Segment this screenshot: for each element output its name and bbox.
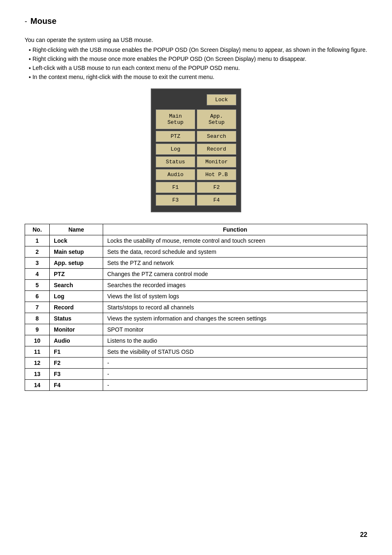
table-row: 12F2- (25, 358, 367, 369)
cell-function: Sets the PTZ and network (103, 258, 367, 269)
cell-function: - (103, 358, 367, 369)
table-row: 11F1Sets the visibility of STATUS OSD (25, 346, 367, 358)
cell-name: Monitor (50, 324, 103, 335)
audio-button[interactable]: Audio (156, 169, 195, 180)
cell-function: Searches the recorded images (103, 280, 367, 291)
function-table: No. Name Function 1LockLocks the usabili… (25, 224, 367, 391)
cell-no: 5 (25, 280, 50, 291)
cell-name: F3 (50, 369, 103, 380)
f2-button[interactable]: F2 (197, 182, 236, 193)
cell-name: App. setup (50, 258, 103, 269)
bullet-list: Right-clicking with the USB mouse enable… (25, 46, 367, 80)
col-header-no: No. (25, 224, 50, 235)
table-row: 6LogViews the list of system logs (25, 291, 367, 302)
cell-function: Changes the PTZ camera control mode (103, 269, 367, 280)
cell-no: 7 (25, 302, 50, 313)
cell-no: 4 (25, 269, 50, 280)
section-title: Mouse (30, 16, 56, 26)
bullet-item-4: In the context menu, right-click with th… (29, 74, 367, 80)
osd-menu: Lock Main Setup App. Setup PTZ Search Lo… (151, 88, 241, 212)
lock-button[interactable]: Lock (207, 94, 236, 105)
hot-pb-button[interactable]: Hot P.B (197, 169, 236, 180)
cell-function: SPOT monitor (103, 324, 367, 335)
cell-function: Sets the data, record schedule and syste… (103, 246, 367, 258)
cell-name: Record (50, 302, 103, 313)
cell-no: 8 (25, 313, 50, 324)
cell-function: Starts/stops to record all channels (103, 302, 367, 313)
record-button[interactable]: Record (197, 144, 236, 155)
table-row: 13F3- (25, 369, 367, 380)
table-row: 4PTZChanges the PTZ camera control mode (25, 269, 367, 280)
monitor-button[interactable]: Monitor (197, 156, 236, 167)
section-dash: - (25, 17, 27, 26)
status-button[interactable]: Status (156, 156, 195, 167)
cell-no: 11 (25, 346, 50, 358)
cell-name: Audio (50, 335, 103, 346)
cell-no: 1 (25, 235, 50, 246)
main-setup-button[interactable]: Main Setup (156, 109, 195, 129)
ptz-button[interactable]: PTZ (156, 131, 195, 142)
cell-name: F4 (50, 380, 103, 391)
page-number: 22 (360, 531, 367, 539)
cell-no: 14 (25, 380, 50, 391)
intro-paragraph: You can operate the system using aa USB … (25, 37, 367, 43)
cell-name: Status (50, 313, 103, 324)
col-header-name: Name (50, 224, 103, 235)
cell-name: Search (50, 280, 103, 291)
cell-function: - (103, 369, 367, 380)
col-header-function: Function (103, 224, 367, 235)
table-row: 7RecordStarts/stops to record all channe… (25, 302, 367, 313)
cell-function: Views the list of system logs (103, 291, 367, 302)
cell-name: Lock (50, 235, 103, 246)
table-header-row: No. Name Function (25, 224, 367, 235)
cell-no: 10 (25, 335, 50, 346)
log-button[interactable]: Log (156, 144, 195, 155)
search-button[interactable]: Search (197, 131, 236, 142)
table-row: 3App. setupSets the PTZ and network (25, 258, 367, 269)
cell-name: Main setup (50, 246, 103, 258)
table-row: 9MonitorSPOT monitor (25, 324, 367, 335)
cell-function: Views the system information and changes… (103, 313, 367, 324)
f3-button[interactable]: F3 (156, 195, 195, 206)
cell-name: Log (50, 291, 103, 302)
osd-menu-wrapper: Lock Main Setup App. Setup PTZ Search Lo… (25, 88, 367, 212)
cell-no: 12 (25, 358, 50, 369)
cell-no: 13 (25, 369, 50, 380)
osd-top-row: Lock (156, 94, 236, 105)
bullet-item-1: Right-clicking with the USB mouse enable… (29, 46, 367, 53)
cell-function: Listens to the audio (103, 335, 367, 346)
cell-no: 3 (25, 258, 50, 269)
cell-no: 6 (25, 291, 50, 302)
cell-function: Locks the usability of mouse, remote con… (103, 235, 367, 246)
cell-function: Sets the visibility of STATUS OSD (103, 346, 367, 358)
cell-no: 9 (25, 324, 50, 335)
osd-grid: Main Setup App. Setup PTZ Search Log Rec… (156, 109, 236, 206)
table-row: 14F4- (25, 380, 367, 391)
table-row: 10AudioListens to the audio (25, 335, 367, 346)
cell-name: PTZ (50, 269, 103, 280)
bullet-item-2: Right clicking with the mouse once more … (29, 56, 367, 62)
table-row: 5SearchSearches the recorded images (25, 280, 367, 291)
table-row: 2Main setupSets the data, record schedul… (25, 246, 367, 258)
table-row: 8StatusViews the system information and … (25, 313, 367, 324)
f4-button[interactable]: F4 (197, 195, 236, 206)
cell-name: F2 (50, 358, 103, 369)
cell-function: - (103, 380, 367, 391)
cell-no: 2 (25, 246, 50, 258)
table-row: 1LockLocks the usability of mouse, remot… (25, 235, 367, 246)
app-setup-button[interactable]: App. Setup (197, 109, 236, 129)
bullet-item-3: Left-click with a USB mouse to run each … (29, 65, 367, 71)
cell-name: F1 (50, 346, 103, 358)
f1-button[interactable]: F1 (156, 182, 195, 193)
